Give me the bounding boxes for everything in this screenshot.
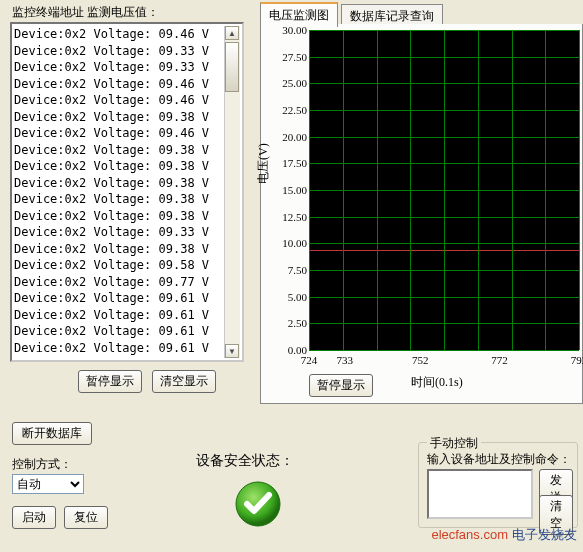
- log-line: Device:0x2 Voltage: 09.46 V: [14, 125, 240, 142]
- reset-button[interactable]: 复位: [64, 506, 108, 529]
- log-line: Device:0x2 Voltage: 09.33 V: [14, 224, 240, 241]
- command-input[interactable]: [427, 469, 533, 519]
- y-tick-label: 12.50: [267, 211, 307, 223]
- pause-chart-button[interactable]: 暂停显示: [309, 374, 373, 397]
- y-tick-label: 27.50: [267, 51, 307, 63]
- x-tick-label: 724: [301, 354, 318, 366]
- x-tick-label: 752: [412, 354, 429, 366]
- y-tick-label: 5.00: [267, 291, 307, 303]
- y-tick-label: 10.00: [267, 237, 307, 249]
- log-line: Device:0x2 Voltage: 09.46 V: [14, 92, 240, 109]
- chart-panel: 电压(V) 时间(0.1s) 暂停显示 0.002.505.007.5010.0…: [260, 24, 583, 404]
- log-line: Device:0x2 Voltage: 09.61 V: [14, 307, 240, 324]
- y-tick-label: 15.00: [267, 184, 307, 196]
- log-line: Device:0x2 Voltage: 09.38 V: [14, 142, 240, 159]
- disconnect-db-button[interactable]: 断开数据库: [12, 422, 92, 445]
- log-line: Device:0x2 Voltage: 09.38 V: [14, 109, 240, 126]
- y-tick-label: 20.00: [267, 131, 307, 143]
- control-mode-label: 控制方式：: [12, 456, 72, 473]
- clear-log-button[interactable]: 清空显示: [152, 370, 216, 393]
- log-line: Device:0x2 Voltage: 09.38 V: [14, 241, 240, 258]
- log-header: 监控终端地址 监测电压值：: [12, 4, 159, 21]
- check-ok-icon: [234, 480, 282, 528]
- scroll-up-icon[interactable]: ▲: [225, 26, 239, 40]
- log-line: Device:0x2 Voltage: 09.77 V: [14, 274, 240, 291]
- y-tick-label: 17.50: [267, 157, 307, 169]
- log-scrollbar[interactable]: ▲ ▼: [224, 26, 240, 358]
- manual-group-label: 手动控制: [427, 435, 481, 452]
- start-button[interactable]: 启动: [12, 506, 56, 529]
- log-line: Device:0x2 Voltage: 09.61 V: [14, 340, 240, 357]
- y-tick-label: 25.00: [267, 77, 307, 89]
- watermark-latin: elecfans.com: [431, 527, 508, 542]
- pause-log-button[interactable]: 暂停显示: [78, 370, 142, 393]
- watermark: elecfans.com电子发烧友: [431, 526, 577, 544]
- log-line: Device:0x2 Voltage: 09.58 V: [14, 257, 240, 274]
- voltage-chart: [309, 30, 579, 350]
- log-line: Device:0x2 Voltage: 09.46 V: [14, 76, 240, 93]
- x-tick-label: 792: [571, 354, 583, 366]
- x-axis-label: 时间(0.1s): [411, 374, 463, 391]
- manual-input-label: 输入设备地址及控制命令：: [427, 451, 571, 468]
- control-mode-select[interactable]: 自动: [12, 474, 84, 494]
- log-line: Device:0x2 Voltage: 09.61 V: [14, 290, 240, 307]
- log-line: Device:0x2 Voltage: 09.38 V: [14, 175, 240, 192]
- tab-voltage-chart[interactable]: 电压监测图: [260, 2, 338, 27]
- y-tick-label: 22.50: [267, 104, 307, 116]
- y-tick-label: 7.50: [267, 264, 307, 276]
- x-tick-label: 772: [491, 354, 508, 366]
- log-line: Device:0x2 Voltage: 09.38 V: [14, 191, 240, 208]
- scroll-down-icon[interactable]: ▼: [225, 344, 239, 358]
- x-tick-label: 733: [336, 354, 353, 366]
- log-line: Device:0x2 Voltage: 09.38 V: [14, 158, 240, 175]
- watermark-cn: 电子发烧友: [512, 527, 577, 542]
- status-label: 设备安全状态：: [196, 452, 294, 470]
- y-tick-label: 2.50: [267, 317, 307, 329]
- log-line: Device:0x2 Voltage: 09.38 V: [14, 208, 240, 225]
- manual-control-group: 手动控制 输入设备地址及控制命令： 发送 清空: [418, 442, 578, 528]
- scroll-thumb[interactable]: [225, 42, 239, 92]
- log-list: Device:0x2 Voltage: 09.46 VDevice:0x2 Vo…: [10, 22, 244, 362]
- log-line: Device:0x2 Voltage: 09.46 V: [14, 26, 240, 43]
- log-line: Device:0x2 Voltage: 09.33 V: [14, 43, 240, 60]
- log-content: Device:0x2 Voltage: 09.46 VDevice:0x2 Vo…: [14, 26, 240, 356]
- log-line: Device:0x2 Voltage: 09.61 V: [14, 323, 240, 340]
- log-line: Device:0x2 Voltage: 09.33 V: [14, 59, 240, 76]
